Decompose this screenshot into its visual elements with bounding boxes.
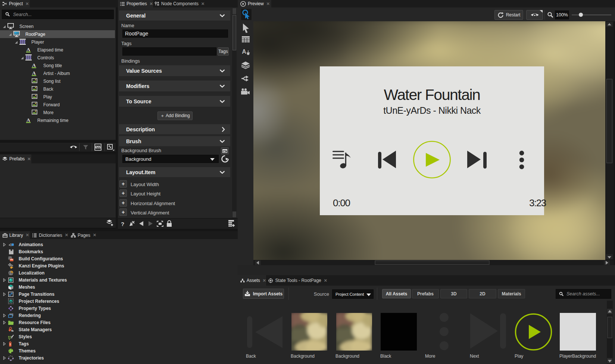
svg-text:A: A <box>242 48 246 55</box>
svg-text:?: ? <box>121 221 124 227</box>
